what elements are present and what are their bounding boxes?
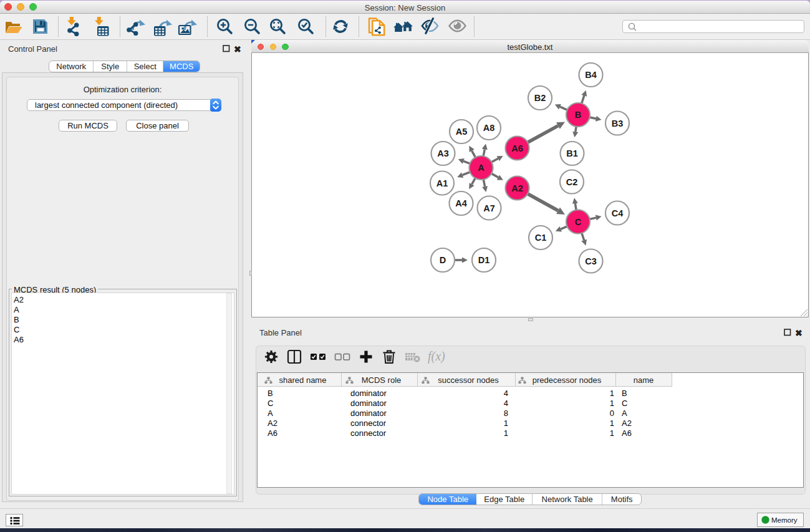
- svg-text:D1: D1: [478, 255, 490, 265]
- svg-text:A8: A8: [483, 123, 495, 133]
- svg-text:D: D: [440, 255, 446, 265]
- svg-text:B: B: [575, 110, 581, 120]
- svg-text:A3: A3: [437, 148, 449, 158]
- svg-text:B3: B3: [612, 118, 624, 128]
- svg-text:C: C: [575, 217, 582, 227]
- svg-text:C3: C3: [585, 256, 597, 266]
- svg-text:A1: A1: [436, 178, 448, 188]
- svg-text:A5: A5: [456, 127, 468, 137]
- svg-text:A: A: [478, 163, 485, 173]
- svg-text:B4: B4: [585, 70, 597, 80]
- svg-text:C4: C4: [612, 208, 624, 218]
- svg-text:A4: A4: [455, 198, 467, 208]
- svg-text:A7: A7: [483, 203, 495, 213]
- svg-text:B2: B2: [534, 93, 546, 103]
- svg-text:A2: A2: [511, 183, 523, 193]
- svg-text:C2: C2: [566, 177, 578, 187]
- svg-text:C1: C1: [535, 233, 547, 243]
- svg-text:A6: A6: [511, 143, 523, 153]
- svg-text:B1: B1: [566, 148, 578, 158]
